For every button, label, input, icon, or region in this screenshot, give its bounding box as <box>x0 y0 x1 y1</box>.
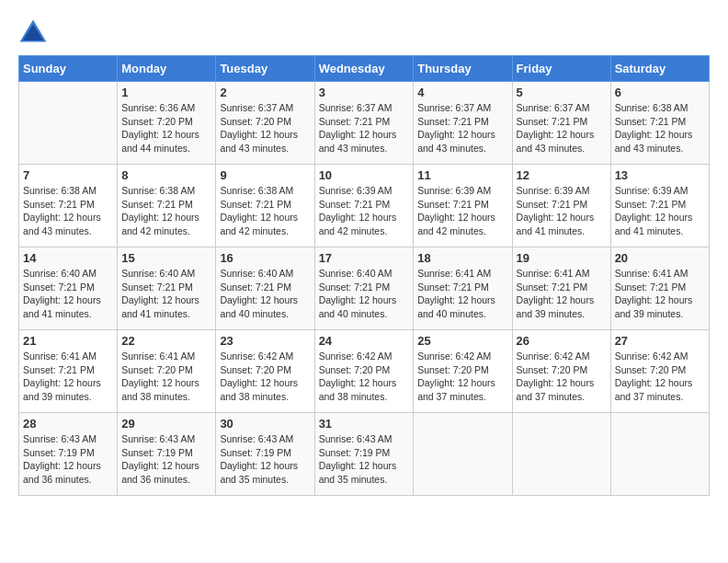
calendar-cell: 22Sunrise: 6:41 AMSunset: 7:20 PMDayligh… <box>118 330 216 413</box>
calendar-week-5: 28Sunrise: 6:43 AMSunset: 7:19 PMDayligh… <box>19 413 710 496</box>
calendar-cell: 15Sunrise: 6:40 AMSunset: 7:21 PMDayligh… <box>118 247 216 330</box>
day-number: 8 <box>121 168 211 182</box>
day-number: 19 <box>517 251 607 265</box>
day-info: Sunrise: 6:43 AMSunset: 7:19 PMDaylight:… <box>319 432 410 487</box>
calendar-cell: 5Sunrise: 6:37 AMSunset: 7:21 PMDaylight… <box>512 82 610 165</box>
col-friday: Friday <box>512 56 610 82</box>
day-info: Sunrise: 6:41 AMSunset: 7:21 PMDaylight:… <box>23 350 113 404</box>
day-number: 27 <box>615 334 705 348</box>
col-monday: Monday <box>118 56 216 82</box>
day-number: 3 <box>319 86 410 99</box>
day-info: Sunrise: 6:41 AMSunset: 7:21 PMDaylight:… <box>517 267 607 321</box>
calendar-cell <box>414 413 512 496</box>
day-info: Sunrise: 6:42 AMSunset: 7:20 PMDaylight:… <box>417 350 507 404</box>
calendar-cell <box>512 413 610 496</box>
col-wednesday: Wednesday <box>314 56 414 82</box>
day-info: Sunrise: 6:40 AMSunset: 7:21 PMDaylight:… <box>220 267 310 321</box>
calendar-cell: 27Sunrise: 6:42 AMSunset: 7:20 PMDayligh… <box>610 330 709 413</box>
day-number: 23 <box>220 334 310 348</box>
calendar-header: Sunday Monday Tuesday Wednesday Thursday… <box>19 56 710 82</box>
calendar-cell: 26Sunrise: 6:42 AMSunset: 7:20 PMDayligh… <box>512 330 610 413</box>
col-sunday: Sunday <box>19 56 118 82</box>
day-number: 11 <box>417 168 507 182</box>
calendar-cell: 29Sunrise: 6:43 AMSunset: 7:19 PMDayligh… <box>118 413 216 496</box>
day-info: Sunrise: 6:42 AMSunset: 7:20 PMDaylight:… <box>517 350 607 404</box>
day-number: 30 <box>220 417 310 431</box>
calendar-cell: 19Sunrise: 6:41 AMSunset: 7:21 PMDayligh… <box>512 247 610 330</box>
calendar-cell: 18Sunrise: 6:41 AMSunset: 7:21 PMDayligh… <box>414 247 512 330</box>
calendar-cell: 31Sunrise: 6:43 AMSunset: 7:19 PMDayligh… <box>314 413 414 496</box>
calendar-cell: 20Sunrise: 6:41 AMSunset: 7:21 PMDayligh… <box>610 247 709 330</box>
day-number: 10 <box>319 168 410 182</box>
calendar-cell: 10Sunrise: 6:39 AMSunset: 7:21 PMDayligh… <box>314 165 414 247</box>
calendar-cell: 28Sunrise: 6:43 AMSunset: 7:19 PMDayligh… <box>19 413 118 496</box>
day-number: 16 <box>220 251 310 265</box>
calendar-body: 1Sunrise: 6:36 AMSunset: 7:20 PMDaylight… <box>19 82 710 496</box>
calendar-cell: 24Sunrise: 6:42 AMSunset: 7:20 PMDayligh… <box>314 330 414 413</box>
calendar-cell <box>19 82 118 165</box>
col-thursday: Thursday <box>414 56 512 82</box>
col-tuesday: Tuesday <box>216 56 314 82</box>
day-number: 12 <box>517 168 607 182</box>
calendar-cell: 2Sunrise: 6:37 AMSunset: 7:20 PMDaylight… <box>216 82 314 165</box>
calendar-cell: 9Sunrise: 6:38 AMSunset: 7:21 PMDaylight… <box>216 165 314 247</box>
calendar-cell: 4Sunrise: 6:37 AMSunset: 7:21 PMDaylight… <box>414 82 512 165</box>
calendar-week-2: 7Sunrise: 6:38 AMSunset: 7:21 PMDaylight… <box>19 165 710 247</box>
day-info: Sunrise: 6:38 AMSunset: 7:21 PMDaylight:… <box>121 184 211 238</box>
day-info: Sunrise: 6:37 AMSunset: 7:21 PMDaylight:… <box>319 101 410 155</box>
day-number: 4 <box>417 86 507 99</box>
day-number: 1 <box>121 86 211 99</box>
day-info: Sunrise: 6:43 AMSunset: 7:19 PMDaylight:… <box>23 432 113 487</box>
calendar-cell: 25Sunrise: 6:42 AMSunset: 7:20 PMDayligh… <box>414 330 512 413</box>
calendar-cell: 14Sunrise: 6:40 AMSunset: 7:21 PMDayligh… <box>19 247 118 330</box>
calendar-cell: 11Sunrise: 6:39 AMSunset: 7:21 PMDayligh… <box>414 165 512 247</box>
header-row: Sunday Monday Tuesday Wednesday Thursday… <box>19 56 710 82</box>
day-info: Sunrise: 6:39 AMSunset: 7:21 PMDaylight:… <box>417 184 507 238</box>
day-info: Sunrise: 6:43 AMSunset: 7:19 PMDaylight:… <box>220 432 310 487</box>
calendar-cell: 7Sunrise: 6:38 AMSunset: 7:21 PMDaylight… <box>19 165 118 247</box>
calendar-week-3: 14Sunrise: 6:40 AMSunset: 7:21 PMDayligh… <box>19 247 710 330</box>
day-info: Sunrise: 6:36 AMSunset: 7:20 PMDaylight:… <box>121 101 211 155</box>
day-number: 6 <box>615 86 705 99</box>
day-number: 5 <box>517 86 607 99</box>
calendar-cell: 30Sunrise: 6:43 AMSunset: 7:19 PMDayligh… <box>216 413 314 496</box>
calendar-cell: 16Sunrise: 6:40 AMSunset: 7:21 PMDayligh… <box>216 247 314 330</box>
calendar-week-1: 1Sunrise: 6:36 AMSunset: 7:20 PMDaylight… <box>19 82 710 165</box>
day-info: Sunrise: 6:38 AMSunset: 7:21 PMDaylight:… <box>220 184 310 238</box>
day-number: 18 <box>417 251 507 265</box>
day-info: Sunrise: 6:39 AMSunset: 7:21 PMDaylight:… <box>319 184 410 238</box>
day-info: Sunrise: 6:37 AMSunset: 7:20 PMDaylight:… <box>220 101 310 155</box>
day-info: Sunrise: 6:38 AMSunset: 7:21 PMDaylight:… <box>23 184 113 238</box>
day-info: Sunrise: 6:40 AMSunset: 7:21 PMDaylight:… <box>23 267 113 321</box>
day-number: 22 <box>121 334 211 348</box>
calendar-cell: 8Sunrise: 6:38 AMSunset: 7:21 PMDaylight… <box>118 165 216 247</box>
calendar-cell: 21Sunrise: 6:41 AMSunset: 7:21 PMDayligh… <box>19 330 118 413</box>
day-info: Sunrise: 6:42 AMSunset: 7:20 PMDaylight:… <box>319 350 410 404</box>
day-number: 26 <box>517 334 607 348</box>
calendar-cell: 13Sunrise: 6:39 AMSunset: 7:21 PMDayligh… <box>610 165 709 247</box>
col-saturday: Saturday <box>610 56 709 82</box>
day-info: Sunrise: 6:42 AMSunset: 7:20 PMDaylight:… <box>615 350 705 404</box>
day-number: 15 <box>121 251 211 265</box>
day-info: Sunrise: 6:43 AMSunset: 7:19 PMDaylight:… <box>121 432 211 487</box>
calendar-cell: 23Sunrise: 6:42 AMSunset: 7:20 PMDayligh… <box>216 330 314 413</box>
day-number: 31 <box>319 417 410 431</box>
day-number: 28 <box>23 417 113 431</box>
day-info: Sunrise: 6:40 AMSunset: 7:21 PMDaylight:… <box>319 267 410 321</box>
day-info: Sunrise: 6:41 AMSunset: 7:21 PMDaylight:… <box>417 267 507 321</box>
day-number: 2 <box>220 86 310 99</box>
day-number: 7 <box>23 168 113 182</box>
calendar-cell: 1Sunrise: 6:36 AMSunset: 7:20 PMDaylight… <box>118 82 216 165</box>
calendar-cell: 17Sunrise: 6:40 AMSunset: 7:21 PMDayligh… <box>314 247 414 330</box>
calendar-cell <box>610 413 709 496</box>
logo <box>18 18 51 48</box>
day-number: 24 <box>319 334 410 348</box>
calendar-cell: 3Sunrise: 6:37 AMSunset: 7:21 PMDaylight… <box>314 82 414 165</box>
day-info: Sunrise: 6:41 AMSunset: 7:21 PMDaylight:… <box>615 267 705 321</box>
day-info: Sunrise: 6:42 AMSunset: 7:20 PMDaylight:… <box>220 350 310 404</box>
day-info: Sunrise: 6:40 AMSunset: 7:21 PMDaylight:… <box>121 267 211 321</box>
calendar-cell: 6Sunrise: 6:38 AMSunset: 7:21 PMDaylight… <box>610 82 709 165</box>
calendar-cell: 12Sunrise: 6:39 AMSunset: 7:21 PMDayligh… <box>512 165 610 247</box>
day-number: 29 <box>121 417 211 431</box>
day-number: 21 <box>23 334 113 348</box>
